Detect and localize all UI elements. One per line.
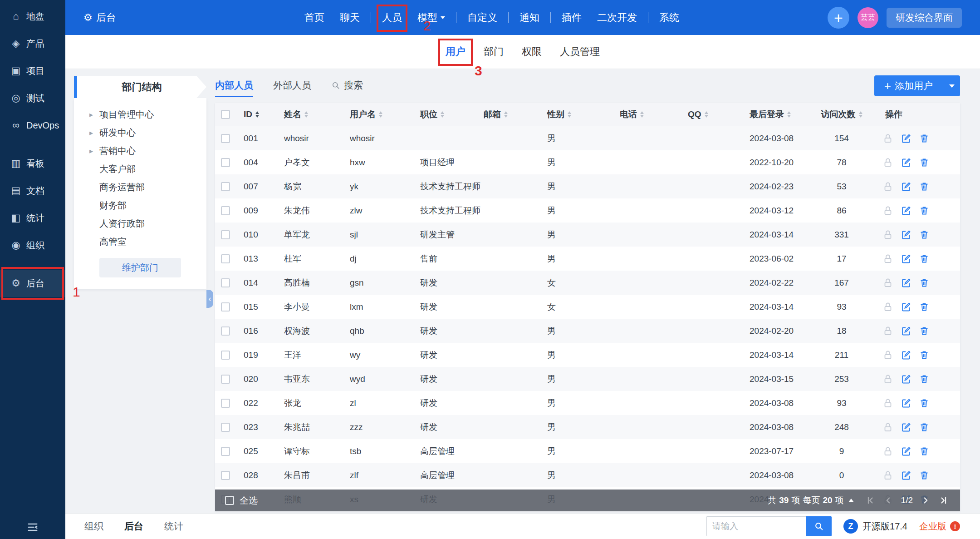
row-checkbox[interactable] (221, 182, 230, 191)
column-header-qq[interactable]: QQ (676, 109, 740, 119)
subnav-manage[interactable]: 人员管理 (559, 43, 601, 60)
column-header-position[interactable]: 职位 (408, 109, 472, 120)
lock-icon[interactable] (882, 157, 893, 168)
sort-icon[interactable] (504, 109, 508, 119)
search-input[interactable] (706, 516, 806, 536)
lock-icon[interactable] (882, 446, 893, 457)
top-nav-plugin[interactable]: 插件 (554, 8, 589, 27)
row-checkbox[interactable] (221, 302, 230, 312)
first-page-button[interactable] (864, 494, 877, 507)
edit-icon[interactable] (901, 181, 911, 192)
column-header-last_login[interactable]: 最后登录 (740, 109, 810, 120)
sort-icon[interactable] (640, 109, 644, 119)
delete-icon[interactable] (919, 422, 930, 433)
last-page-button[interactable] (937, 494, 950, 507)
row-checkbox[interactable] (221, 326, 230, 336)
footer-tab-admin[interactable]: 后台 (124, 520, 143, 533)
top-nav-dev[interactable]: 二次开发 (589, 8, 645, 27)
top-nav-model[interactable]: 模型 (410, 8, 453, 27)
row-checkbox[interactable] (221, 375, 230, 384)
top-nav-notice[interactable]: 通知 (512, 8, 547, 27)
tab-external[interactable]: 外部人员 (273, 79, 311, 97)
prev-page-button[interactable] (882, 494, 895, 507)
next-page-button[interactable] (919, 494, 932, 507)
add-user-dropdown[interactable] (943, 75, 960, 96)
avatar[interactable]: 芸芸 (858, 7, 878, 28)
subnav-dept[interactable]: 部门 (483, 43, 505, 60)
top-nav-chat[interactable]: 聊天 (332, 8, 368, 27)
sidebar-item-test[interactable]: ◎测试 (0, 84, 65, 112)
edit-icon[interactable] (901, 302, 911, 312)
header-checkbox[interactable] (221, 110, 230, 119)
delete-icon[interactable] (919, 470, 930, 481)
delete-icon[interactable] (919, 157, 930, 168)
delete-icon[interactable] (919, 181, 930, 192)
tree-item[interactable]: ▸营销中心 (74, 142, 206, 160)
sort-icon[interactable] (787, 109, 791, 119)
edit-icon[interactable] (901, 205, 911, 216)
row-checkbox[interactable] (221, 254, 230, 263)
lock-icon[interactable] (882, 181, 893, 192)
tree-item[interactable]: 财务部 (74, 196, 206, 214)
subnav-priv[interactable]: 权限 (521, 43, 543, 60)
lock-icon[interactable] (882, 374, 893, 385)
workbench-button[interactable]: 研发综合界面 (887, 8, 962, 28)
footer-tab-stat[interactable]: 统计 (164, 520, 183, 533)
row-checkbox[interactable] (221, 351, 230, 360)
lock-icon[interactable] (882, 470, 893, 481)
top-nav-custom[interactable]: 自定义 (460, 8, 505, 27)
lock-icon[interactable] (882, 229, 893, 240)
select-all-checkbox[interactable] (225, 496, 234, 505)
row-checkbox[interactable] (221, 278, 230, 287)
edit-icon[interactable] (901, 374, 911, 385)
sort-icon[interactable] (304, 109, 308, 119)
lock-icon[interactable] (882, 326, 893, 336)
footer-tab-org[interactable]: 组织 (84, 520, 103, 533)
page-size-select[interactable]: 每页 20 项 (803, 494, 853, 506)
row-checkbox[interactable] (221, 230, 230, 239)
row-checkbox[interactable] (221, 399, 230, 408)
delete-icon[interactable] (919, 350, 930, 361)
upgrade-link[interactable]: 企业版 ! (919, 520, 960, 533)
quick-create-button[interactable]: + (828, 7, 849, 29)
lock-icon[interactable] (882, 133, 893, 144)
row-checkbox[interactable] (221, 447, 230, 456)
edit-icon[interactable] (901, 157, 911, 168)
sidebar-item-kanban[interactable]: ▥看板 (0, 150, 65, 177)
lock-icon[interactable] (882, 422, 893, 433)
lock-icon[interactable] (882, 350, 893, 361)
delete-icon[interactable] (919, 253, 930, 264)
lock-icon[interactable] (882, 277, 893, 288)
delete-icon[interactable] (919, 277, 930, 288)
tree-item[interactable]: 大客户部 (74, 160, 206, 178)
top-nav-home[interactable]: 首页 (297, 8, 332, 27)
sidebar-item-devops[interactable]: ∞DevOps (0, 112, 65, 139)
tab-internal[interactable]: 内部人员 (215, 79, 253, 97)
edit-icon[interactable] (901, 350, 911, 361)
search-button[interactable] (806, 516, 832, 536)
sort-icon[interactable] (255, 109, 259, 119)
collapse-panel-handle[interactable]: ‹ (206, 290, 213, 308)
sort-icon[interactable] (568, 109, 571, 119)
edit-icon[interactable] (901, 133, 911, 144)
lock-icon[interactable] (882, 302, 893, 312)
column-header-email[interactable]: 邮箱 (472, 109, 535, 120)
delete-icon[interactable] (919, 326, 930, 336)
column-header-visits[interactable]: 访问次数 (810, 109, 873, 120)
tab-search[interactable]: 搜索 (331, 79, 363, 97)
lock-icon[interactable] (882, 253, 893, 264)
column-header-gender[interactable]: 性别 (535, 109, 608, 120)
top-nav-system[interactable]: 系统 (652, 8, 687, 27)
sort-icon[interactable] (441, 109, 444, 119)
subnav-user[interactable]: 用户3 (445, 43, 466, 60)
tree-item[interactable]: 商务运营部 (74, 178, 206, 196)
sort-icon[interactable] (859, 109, 862, 119)
column-header-account[interactable]: 用户名 (338, 109, 408, 120)
column-header-id[interactable]: ID (236, 109, 272, 119)
tree-item[interactable]: 人资行政部 (74, 214, 206, 232)
tree-item[interactable]: 高管室 (74, 232, 206, 251)
version-group[interactable]: Z 开源版17.4 (843, 519, 907, 534)
edit-icon[interactable] (901, 398, 911, 409)
add-user-button[interactable]: + 添加用户 (874, 75, 943, 96)
delete-icon[interactable] (919, 205, 930, 216)
